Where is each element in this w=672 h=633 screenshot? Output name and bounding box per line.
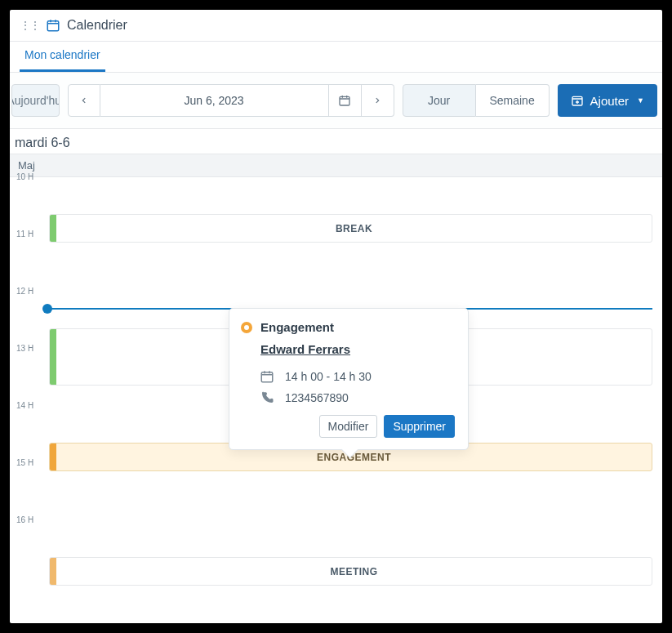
tabs: Mon calendrier (10, 42, 662, 73)
chevron-right-icon (373, 96, 381, 105)
allday-row: Maj (10, 154, 662, 177)
event-color-bar (50, 558, 56, 585)
date-nav: Jun 6, 2023 (68, 84, 394, 117)
calendar-icon (259, 369, 275, 384)
chevron-left-icon (80, 96, 88, 105)
tab-my-calendar[interactable]: Mon calendrier (20, 42, 105, 72)
delete-button[interactable]: Supprimer (384, 415, 455, 438)
add-button[interactable]: Ajouter ▼ (558, 84, 657, 117)
view-selector: Jour Semaine (403, 84, 550, 117)
calendar-icon (46, 18, 60, 33)
prev-day-button[interactable] (68, 84, 100, 117)
current-date[interactable]: Jun 6, 2023 (100, 84, 329, 117)
calendar-app: ⋮⋮ Calendrier Mon calendrier Aujourd'hui… (10, 10, 662, 623)
event-color-bar (50, 329, 56, 385)
svg-rect-3 (261, 372, 273, 382)
phone-icon (259, 390, 275, 405)
calendar-plus-icon (571, 94, 584, 107)
drag-handle-icon[interactable]: ⋮⋮ (20, 19, 39, 32)
event-popover: Engagement Edward Ferrars 14 h 00 - 14 h… (229, 308, 469, 450)
svg-rect-1 (340, 96, 349, 105)
hour-label: 12 H (16, 287, 33, 296)
header: ⋮⋮ Calendrier (10, 10, 662, 42)
today-button[interactable]: Aujourd'hui (11, 84, 60, 117)
hour-label: 11 H (16, 230, 33, 238)
current-time-dot (42, 304, 52, 314)
calendar-icon (338, 94, 351, 107)
add-button-label: Ajouter (590, 94, 630, 108)
event-meeting[interactable]: MEETING (49, 557, 652, 586)
date-picker-button[interactable] (329, 84, 362, 117)
popover-header: Engagement (241, 320, 455, 334)
chevron-down-icon: ▼ (637, 96, 644, 105)
popover-phone-row: 1234567890 (259, 390, 455, 405)
event-break[interactable]: BREAK (49, 214, 652, 243)
hour-label: 13 H (16, 344, 33, 353)
page-title: Calendrier (67, 18, 127, 33)
event-title: BREAK (56, 223, 652, 234)
event-color-bar (50, 444, 56, 470)
hour-label: 10 H (16, 172, 33, 181)
event-color-bar (50, 215, 56, 242)
hour-label: 15 H (16, 458, 33, 467)
popover-time-row: 14 h 00 - 14 h 30 (259, 369, 455, 384)
popover-event-type: Engagement (260, 320, 334, 334)
popover-person-link[interactable]: Edward Ferrars (260, 342, 350, 356)
toolbar: Aujourd'hui Jun 6, 2023 Jour Semaine Ajo… (10, 73, 662, 129)
popover-actions: Modifier Supprimer (241, 415, 455, 438)
popover-time: 14 h 00 - 14 h 30 (285, 370, 372, 383)
hour-label: 14 H (16, 401, 33, 410)
event-title: MEETING (56, 566, 652, 577)
next-day-button[interactable] (362, 84, 394, 117)
status-ring-icon (241, 322, 252, 333)
view-week-button[interactable]: Semaine (476, 84, 550, 117)
view-day-button[interactable]: Jour (403, 84, 476, 117)
popover-phone: 1234567890 (285, 391, 349, 404)
edit-button[interactable]: Modifier (319, 415, 378, 438)
hour-label: 16 H (16, 515, 33, 524)
svg-rect-0 (47, 21, 59, 31)
day-label: mardi 6-6 (10, 129, 662, 154)
